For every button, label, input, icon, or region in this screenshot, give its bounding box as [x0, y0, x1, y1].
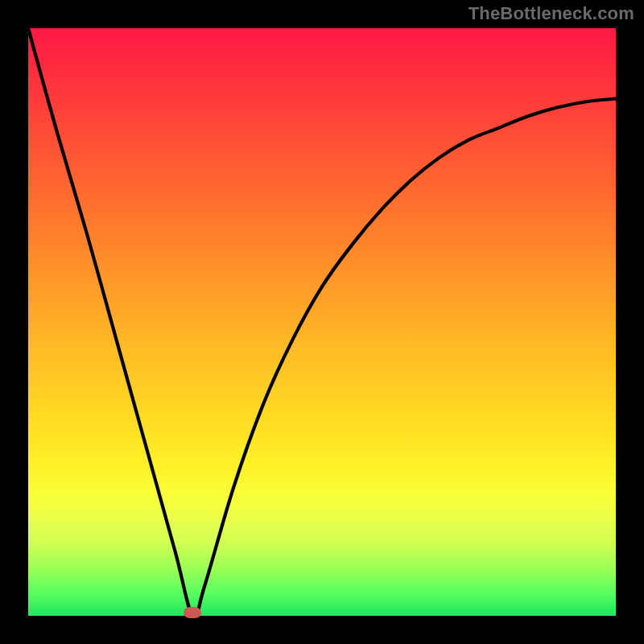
- curve-svg: [28, 28, 616, 616]
- minimum-marker: [184, 607, 201, 618]
- plot-area: [28, 28, 616, 616]
- bottleneck-curve-path: [28, 28, 616, 616]
- attribution-label: TheBottleneck.com: [469, 3, 634, 24]
- image-frame: TheBottleneck.com: [0, 0, 644, 644]
